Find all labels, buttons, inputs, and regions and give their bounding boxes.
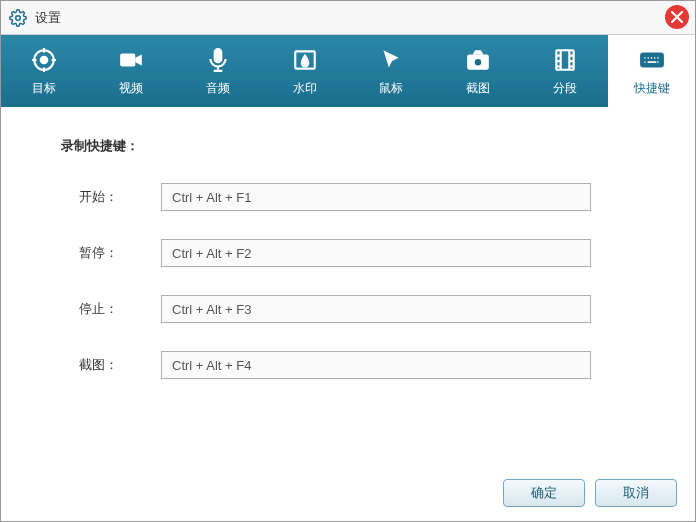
tabbar: 目标 视频 音频 水印 鼠标 截图 分段 快捷键 — [1, 35, 695, 107]
watermark-icon — [291, 46, 319, 74]
tab-watermark[interactable]: 水印 — [261, 35, 348, 107]
row-shot: 截图： — [61, 351, 635, 379]
settings-window: 设置 目标 视频 音频 水印 鼠标 截图 — [0, 0, 696, 522]
gear-icon — [9, 9, 27, 27]
camera-icon — [464, 46, 492, 74]
label-shot: 截图： — [61, 356, 161, 374]
tab-label: 音频 — [206, 80, 230, 97]
input-pause[interactable] — [161, 239, 591, 267]
row-stop: 停止： — [61, 295, 635, 323]
footer: 确定 取消 — [503, 479, 677, 507]
titlebar: 设置 — [1, 1, 695, 35]
tab-label: 快捷键 — [634, 80, 670, 97]
target-icon — [30, 46, 58, 74]
tab-target[interactable]: 目标 — [1, 35, 88, 107]
tab-video[interactable]: 视频 — [88, 35, 175, 107]
tab-mouse[interactable]: 鼠标 — [348, 35, 435, 107]
tab-label: 鼠标 — [379, 80, 403, 97]
input-shot[interactable] — [161, 351, 591, 379]
tab-label: 截图 — [466, 80, 490, 97]
tab-audio[interactable]: 音频 — [175, 35, 262, 107]
cancel-button[interactable]: 取消 — [595, 479, 677, 507]
tab-shortcut[interactable]: 快捷键 — [608, 35, 695, 107]
svg-point-0 — [16, 15, 21, 20]
label-pause: 暂停： — [61, 244, 161, 262]
cursor-icon — [377, 46, 405, 74]
svg-rect-9 — [641, 53, 663, 66]
tab-label: 分段 — [553, 80, 577, 97]
ok-button[interactable]: 确定 — [503, 479, 585, 507]
svg-rect-3 — [120, 53, 135, 66]
input-stop[interactable] — [161, 295, 591, 323]
film-icon — [551, 46, 579, 74]
row-start: 开始： — [61, 183, 635, 211]
tab-label: 目标 — [32, 80, 56, 97]
row-pause: 暂停： — [61, 239, 635, 267]
input-start[interactable] — [161, 183, 591, 211]
label-start: 开始： — [61, 188, 161, 206]
svg-point-2 — [41, 56, 48, 63]
svg-rect-4 — [215, 49, 222, 62]
tab-screenshot[interactable]: 截图 — [435, 35, 522, 107]
section-title: 录制快捷键： — [61, 137, 635, 155]
video-icon — [117, 46, 145, 74]
mic-icon — [204, 46, 232, 74]
svg-point-7 — [474, 57, 483, 66]
content-pane: 录制快捷键： 开始： 暂停： 停止： 截图： — [1, 107, 695, 417]
tab-label: 水印 — [293, 80, 317, 97]
keyboard-icon — [638, 46, 666, 74]
close-button[interactable] — [665, 5, 689, 29]
window-title: 设置 — [35, 9, 61, 27]
label-stop: 停止： — [61, 300, 161, 318]
tab-label: 视频 — [119, 80, 143, 97]
tab-segment[interactable]: 分段 — [522, 35, 609, 107]
